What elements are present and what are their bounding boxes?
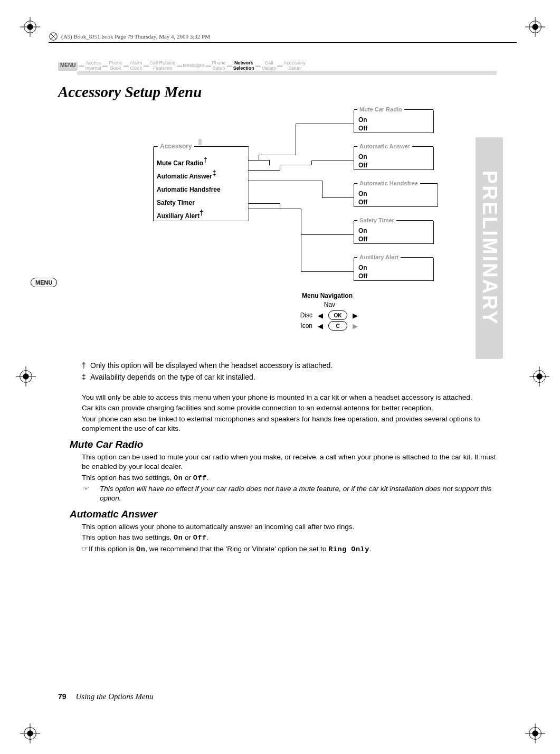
menu-item-call-meters: CallMeters (262, 61, 277, 71)
print-header-text: (A5) Book_8J51.book Page 79 Thursday, Ma… (61, 33, 210, 40)
menu-item-call-related-features: Call RelatedFeatures (150, 61, 176, 71)
section-mute-body: This option can be used to mute your car… (82, 453, 497, 503)
section-heading-auto-answer: Automatic Answer (70, 508, 497, 520)
registration-mark-icon (529, 366, 549, 387)
submenu-mute-car-radio: Mute Car Radio On Off (354, 110, 434, 133)
registration-mark-icon (525, 17, 545, 37)
menu-sep (79, 65, 84, 67)
section-heading-mute: Mute Car Radio (70, 439, 497, 450)
arrow-left-icon: ◀ (318, 312, 323, 319)
nav-label-nav: Nav (319, 301, 335, 308)
footer-title: Using the Options Menu (75, 692, 153, 701)
connector-line (248, 160, 269, 161)
registration-mark-icon (20, 723, 40, 743)
footnotes: †Only this option will be displayed when… (82, 361, 497, 382)
ok-button-icon: OK (328, 310, 347, 320)
option-off: Off (354, 124, 433, 133)
accessory-menu-box: Accessory Mute Car Radio† Automatic Answ… (153, 147, 249, 221)
submenu-automatic-answer: Automatic Answer On Off (354, 147, 434, 170)
menu-item-access-internet: AccessInternet (85, 61, 101, 71)
submenu-auxiliary-alert: Auxiliary Alert On Off (354, 258, 434, 281)
print-header: (A5) Book_8J51.book Page 79 Thursday, Ma… (49, 32, 517, 43)
page-footer: 79 Using the Options Menu (58, 692, 154, 701)
option-on: On (354, 116, 433, 124)
pointing-hand-icon: ☞ (82, 545, 89, 553)
c-button-icon: C (328, 321, 347, 331)
pointing-hand-icon: ☞ (82, 484, 97, 503)
side-tab-preliminary: PRELIMINARY (476, 137, 503, 359)
page-title: Accessory Setup Menu (58, 83, 497, 101)
arrow-left-icon: ◀ (318, 322, 323, 330)
menu-item-automatic-answer: Automatic Answer‡ (154, 168, 249, 181)
accessory-title: Accessory (158, 143, 194, 150)
submenu-automatic-handsfree: Automatic Handsfree On Off (354, 184, 438, 207)
arrow-right-icon: ▶ (353, 312, 358, 319)
page-number: 79 (58, 692, 67, 701)
arrow-right-icon: ▶ (353, 322, 358, 330)
menu-badge: MENU (31, 278, 57, 287)
menu-item-phone-book: PhoneBook (109, 61, 122, 71)
menu-navigation: Menu Navigation Nav Disc ◀ OK ▶ Icon ◀ C… (264, 292, 391, 331)
submenu-safety-timer: Safety Timer On Off (354, 221, 434, 244)
menu-item-phone-setup: PhoneSetup (212, 61, 226, 71)
note-callout: ☞ This option will have no effect if you… (82, 484, 497, 503)
menu-item-alarm-clock: AlarmClock (130, 61, 143, 71)
menu-item-auxiliary-alert: Auxiliary Alert† (154, 208, 249, 221)
menu-diagram: Accessory Mute Car Radio† Automatic Answ… (153, 110, 438, 359)
menu-item-automatic-handsfree: Automatic Handsfree (154, 181, 249, 194)
menu-item-accessory-setup: AccessorySetup (283, 61, 306, 71)
pass-mark-icon (49, 32, 58, 41)
body-text: You will only be able to access this men… (82, 393, 497, 433)
menu-item-messages: Messages (183, 63, 205, 69)
registration-mark-icon (20, 17, 40, 37)
menu-item-mute-car-radio: Mute Car Radio† (154, 155, 249, 168)
nav-label-icon: Icon (297, 322, 312, 329)
menu-item-safety-timer: Safety Timer (154, 194, 249, 208)
nav-label-disc: Disc (297, 312, 312, 319)
section-auto-body: This option allows your phone to automat… (82, 522, 497, 554)
menu-bar: MENU AccessInternet PhoneBook AlarmClock… (58, 58, 497, 74)
registration-mark-icon (525, 723, 545, 743)
menu-label: MENU (58, 62, 78, 71)
registration-mark-icon (16, 366, 36, 387)
menu-item-network-selection: NetworkSelection (233, 61, 254, 71)
